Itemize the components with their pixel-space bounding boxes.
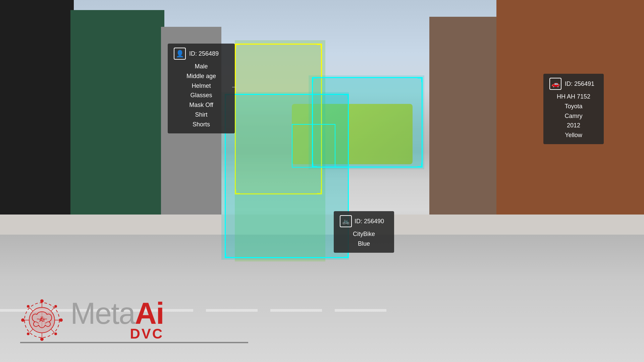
road-line-2 [206,309,258,312]
svg-point-0 [40,299,44,303]
svg-line-19 [51,329,54,333]
svg-point-4 [27,305,30,308]
bike-id: ID: 256490 [355,217,384,226]
svg-point-1 [40,338,44,341]
person-shirt: Shirt [174,110,229,120]
person-panel-header: 👤 ID: 256489 [174,48,229,60]
logo-underline [20,342,248,343]
sidewalk [0,215,644,235]
svg-text:Ai: Ai [39,317,45,323]
logo-icon: Ai [20,298,64,342]
logo-meta-ai: MetaAi [70,298,164,328]
building-right2 [429,17,496,245]
person-id: ID: 256489 [189,49,219,59]
logo-area: Ai MetaAi DVC [20,298,164,342]
svg-point-2 [21,318,24,322]
building-far-left [0,0,74,228]
person-gender: Male [174,62,229,71]
bike-icon: 🚲 [340,215,352,227]
person-mask: Mask Off [174,100,229,110]
car-model: Camry [549,111,598,121]
background-scene: 👤 ID: 256489 Male Middle age Helmet Glas… [0,0,644,362]
bike-panel-header: 🚲 ID: 256490 [340,215,388,227]
person-helmet: Helmet [174,81,229,91]
car-make: Toyota [549,102,598,111]
svg-line-17 [51,308,54,311]
car-id: ID: 256491 [565,79,594,89]
car-info-panel: 🚗 ID: 256491 HH AH 7152 Toyota Camry 201… [543,74,604,144]
person-shorts: Shorts [174,120,229,129]
bike-color: Blue [340,239,388,249]
bike-info-panel: 🚲 ID: 256490 CityBike Blue [334,211,394,253]
car-color: Yellow [549,130,598,140]
svg-point-3 [59,318,63,322]
svg-point-6 [27,333,30,335]
car-year: 2012 [549,121,598,130]
svg-line-16 [30,308,33,311]
road-line-3 [270,309,322,312]
logo-ai-text: Ai [135,297,164,330]
taxi-vehicle [292,104,413,164]
person-glasses: Glasses [174,90,229,100]
logo-text-group: MetaAi DVC [70,298,164,342]
svg-point-7 [54,333,57,335]
logo-dvc: DVC [70,326,164,342]
svg-point-5 [54,305,57,308]
person-age: Middle age [174,71,229,81]
person-icon: 👤 [174,48,186,60]
person-info-panel: 👤 ID: 256489 Male Middle age Helmet Glas… [168,44,235,133]
car-panel-header: 🚗 ID: 256491 [549,78,598,90]
bike-type: CityBike [340,229,388,239]
logo-meta-text: Meta [70,297,135,330]
road-line-4 [335,309,386,312]
building-teal [70,10,164,225]
car-plate: HH AH 7152 [549,92,598,102]
svg-line-18 [30,329,33,333]
car-icon: 🚗 [549,78,561,90]
